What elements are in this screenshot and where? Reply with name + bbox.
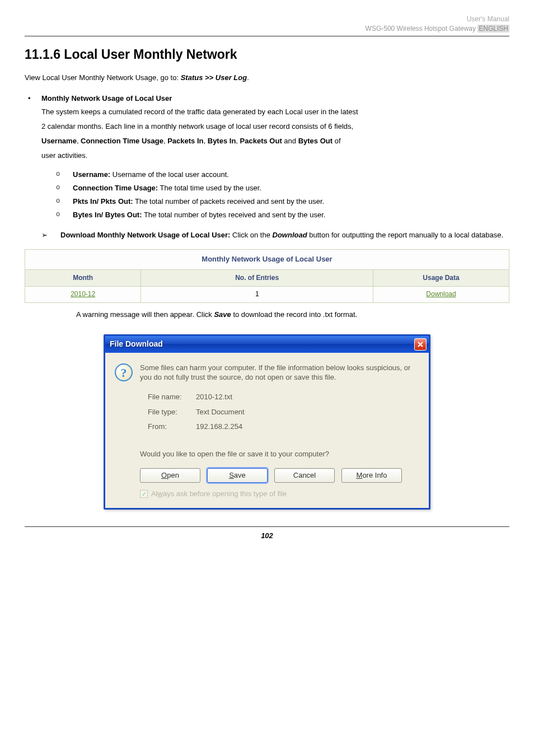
description-paragraph: The system keeps a cumulated record of t… — [41, 105, 509, 163]
file-info: File name: 2010-12.txt File type: Text D… — [148, 391, 420, 433]
from-label: From: — [148, 421, 196, 433]
col-header-entries: No. of Entries — [141, 270, 373, 286]
download-note: ➢ Download Monthly Network Usage of Loca… — [41, 228, 509, 242]
question-icon: ? — [114, 363, 133, 382]
table-row: 2010-12 1 Download — [25, 286, 509, 302]
file-download-dialog: File Download — [104, 334, 430, 510]
sublist-marker: o — [56, 169, 73, 181]
filetype-label: File type: — [148, 407, 196, 418]
entries-cell: 1 — [141, 286, 373, 302]
filetype-value: Text Document — [196, 407, 420, 418]
dialog-titlebar[interactable]: File Download — [105, 336, 429, 353]
save-button[interactable]: Save — [207, 468, 268, 483]
svg-text:?: ? — [121, 366, 127, 380]
month-link[interactable]: 2010-12 — [71, 290, 95, 298]
sublist-marker: o — [56, 195, 73, 208]
cancel-button[interactable]: Cancel — [274, 468, 335, 483]
col-header-month: Month — [25, 270, 141, 286]
close-icon — [417, 341, 424, 348]
download-link[interactable]: Download — [426, 290, 456, 298]
dialog-body: ? Some files can harm your computer. If … — [105, 353, 429, 508]
after-table-note: A warning message will then appear. Clic… — [76, 309, 509, 321]
prompt-text: Would you like to open the file or save … — [140, 449, 420, 460]
header-line-2: WSG-500 Wireless Hotspot Gateway ENGLISH — [25, 24, 509, 34]
header-divider — [25, 36, 509, 36]
usage-table: Monthly Network Usage of Local User Mont… — [25, 249, 509, 302]
field-sublist: o Username: Username of the local user a… — [56, 169, 509, 221]
close-button[interactable] — [414, 338, 427, 351]
dialog-buttons: Open Save Cancel More Info — [140, 468, 420, 483]
sublist-item: o Pkts In/ Pkts Out: The total number of… — [56, 195, 509, 208]
check-icon: ✓ — [142, 491, 147, 497]
sublist-item: o Connection Time Usage: The total time … — [56, 182, 509, 194]
usage-table-header: Month No. of Entries Usage Data — [25, 270, 509, 286]
nav-path: Status >> User Log — [181, 73, 247, 82]
usage-table-title: Monthly Network Usage of Local User — [25, 250, 509, 270]
col-header-usage-data: Usage Data — [373, 270, 509, 286]
dialog-title: File Download — [110, 338, 163, 350]
header-line-1: User's Manual — [25, 15, 509, 24]
from-value: 192.168.2.254 — [196, 421, 420, 433]
more-info-button[interactable]: More Info — [341, 468, 402, 483]
page-header: User's Manual WSG-500 Wireless Hotspot G… — [25, 15, 509, 34]
always-ask-checkbox[interactable]: ✓ — [140, 490, 148, 498]
open-button[interactable]: Open — [140, 468, 200, 483]
sublist-marker: o — [56, 209, 73, 221]
bullet-title: Monthly Network Usage of Local User — [41, 93, 509, 105]
sublist-marker: o — [56, 182, 73, 194]
always-ask-label: Always ask before opening this type of f… — [151, 488, 287, 500]
filename-label: File name: — [148, 391, 196, 403]
bullet-marker: • — [25, 93, 41, 165]
bullet-item: • Monthly Network Usage of Local User Th… — [25, 93, 509, 165]
page-footer: 102 — [25, 526, 509, 542]
intro-paragraph: View Local User Monthly Network Usage, g… — [25, 72, 509, 84]
filename-value: 2010-12.txt — [196, 391, 420, 403]
warning-text: Some files can harm your computer. If th… — [140, 363, 420, 382]
arrow-marker: ➢ — [41, 228, 60, 242]
page-number: 102 — [261, 531, 273, 540]
sublist-item: o Username: Username of the local user a… — [56, 169, 509, 181]
always-ask-checkbox-row: ✓ Always ask before opening this type of… — [140, 488, 420, 500]
sublist-item: o Bytes In/ Bytes Out: The total number … — [56, 209, 509, 221]
section-title: 11.1.6 Local User Monthly Network — [25, 44, 509, 65]
